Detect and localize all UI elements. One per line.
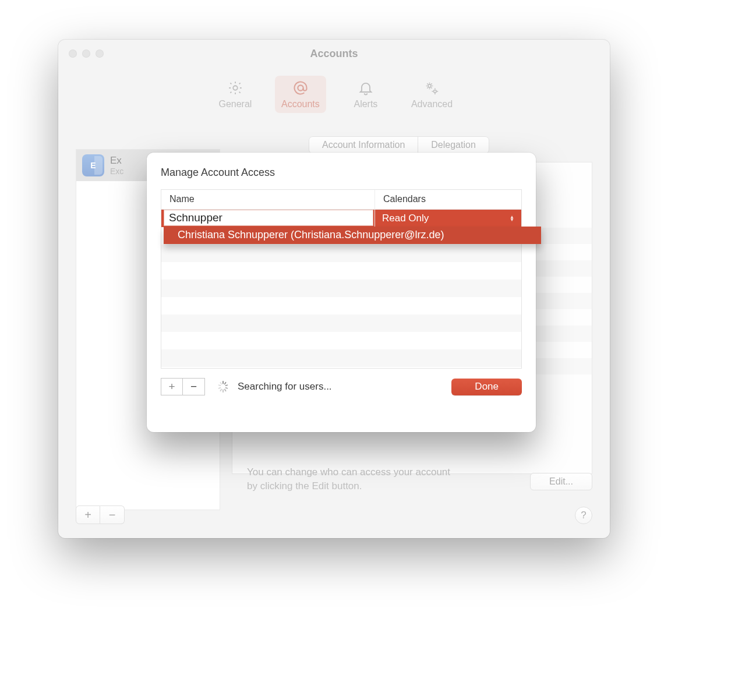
svg-line-8 [225,390,226,391]
svg-line-13 [220,383,221,384]
table-row [161,297,521,314]
done-button[interactable]: Done [451,379,522,395]
calendar-permission-select[interactable]: Read Only ▲▼ [375,210,521,227]
loading-spinner-icon [217,380,229,393]
manage-account-access-sheet: Manage Account Access Name Calendars Chr… [147,153,536,432]
table-row [161,280,521,297]
sheet-footer: + − Searching for users... Done [161,378,522,395]
add-user-button[interactable]: + [161,378,183,395]
table-row [161,349,521,367]
name-cell: Christiana Schnupperer (Christiana.Schnu… [161,210,375,227]
autocomplete-suggestion[interactable]: Christiana Schnupperer (Christiana.Schnu… [164,227,541,244]
sheet-title: Manage Account Access [161,167,522,179]
chevron-up-down-icon: ▲▼ [510,215,514,221]
table-row [161,332,521,349]
svg-line-11 [219,388,221,388]
access-table: Name Calendars Christiana Schnupperer (C… [161,189,522,369]
column-header-calendars[interactable]: Calendars [375,190,521,209]
permission-value: Read Only [382,213,429,224]
status-text: Searching for users... [238,381,332,393]
user-name-input[interactable] [164,210,373,226]
table-row [161,245,521,262]
svg-line-10 [220,390,221,391]
row-add-remove: + − [161,378,205,395]
svg-line-12 [219,385,221,386]
table-row [161,262,521,280]
remove-user-button[interactable]: − [183,378,205,395]
svg-line-7 [226,388,228,388]
table-body: Christiana Schnupperer (Christiana.Schnu… [161,210,521,368]
table-header: Name Calendars [161,190,521,210]
svg-line-5 [225,383,226,384]
table-row [161,314,521,332]
svg-line-6 [226,385,228,386]
column-header-name[interactable]: Name [161,190,375,209]
table-row[interactable]: Christiana Schnupperer (Christiana.Schnu… [161,210,521,227]
